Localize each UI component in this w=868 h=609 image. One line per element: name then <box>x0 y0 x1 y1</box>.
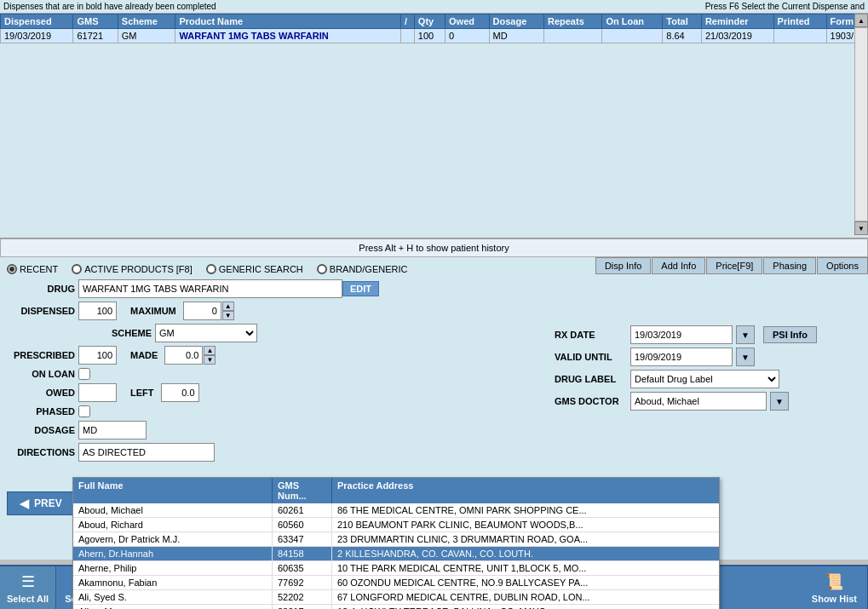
drug-label-row: DRUG LABEL Default Drug Label <box>555 370 861 388</box>
directions-input[interactable] <box>78 443 215 462</box>
radio-active[interactable]: ACTIVE PRODUCTS [F8] <box>72 264 193 274</box>
drug-input[interactable] <box>78 279 342 298</box>
made-spinners[interactable]: ▲ ▼ <box>204 346 216 365</box>
rx-date-input[interactable] <box>630 325 733 344</box>
list-item[interactable]: Agovern, Dr Patrick M.J. 63347 23 DRUMMA… <box>73 532 719 547</box>
psi-info-btn[interactable]: PSI Info <box>763 326 817 343</box>
owed-input[interactable] <box>78 383 117 402</box>
notice-left: Dispenses that are in bold have already … <box>3 2 216 11</box>
tab-disp-info[interactable]: Disp Info <box>595 257 651 274</box>
made-spin: ▲ ▼ <box>164 346 216 365</box>
on-loan-checkbox[interactable] <box>78 368 90 380</box>
list-item[interactable]: Allen, Marcus 88017 12 4, HOWLEY TERRACE… <box>73 605 719 609</box>
edit-button[interactable]: EDIT <box>342 281 379 296</box>
tab-phasing[interactable]: Phasing <box>763 257 816 274</box>
table-row[interactable]: 19/03/2019 61721 GM WARFANT 1MG TABS WAR… <box>1 29 868 43</box>
patient-history-bar: Press Alt + H to show patient history <box>0 238 868 257</box>
phased-checkbox[interactable] <box>78 405 90 417</box>
made-spin-down[interactable]: ▼ <box>204 355 216 365</box>
made-label: MADE <box>130 350 158 360</box>
autocomplete-dropdown: Full Name GMS Num... Practice Address Ab… <box>72 477 720 609</box>
tab-add-info[interactable]: Add Info <box>652 257 705 274</box>
dispensed-input[interactable] <box>78 302 117 320</box>
dispensed-label: DISPENSED <box>7 306 75 316</box>
maximum-spinners[interactable]: ▲ ▼ <box>222 302 234 320</box>
select-all-btn[interactable]: ☰ Select All <box>0 566 56 609</box>
cell-printed <box>773 29 826 43</box>
owed-row: OWED LEFT <box>7 383 548 402</box>
cell-total: 8.64 <box>663 29 702 43</box>
ac-header-addr: Practice Address <box>332 478 719 503</box>
cell-qty: 100 <box>414 29 445 43</box>
gms-doctor-dropdown[interactable]: ▼ <box>770 392 789 411</box>
col-dispensed: Dispensed <box>1 14 73 29</box>
drug-row: DRUG EDIT <box>7 279 861 298</box>
on-loan-label: ON LOAN <box>7 369 75 379</box>
scroll-up-btn[interactable]: ▲ <box>854 14 868 27</box>
prescribed-input[interactable] <box>78 346 117 365</box>
prev-button[interactable]: ◀ PREV <box>7 491 75 515</box>
made-input[interactable] <box>164 346 203 365</box>
radio-active-label: ACTIVE PRODUCTS [F8] <box>84 264 193 274</box>
scheme-label: SCHEME <box>83 328 152 338</box>
list-item[interactable]: Aboud, Michael 60261 86 THE MEDICAL CENT… <box>73 503 719 518</box>
col-total: Total <box>663 14 702 29</box>
left-spin <box>161 383 199 402</box>
list-item[interactable]: Akamnonu, Fabian 77692 60 OZONDU MEDICAL… <box>73 576 719 590</box>
main-form: Disp Info Add Info Price[F9] Phasing Opt… <box>0 257 868 560</box>
cell-reminder: 21/03/2019 <box>701 29 773 43</box>
col-slash: / <box>400 14 414 29</box>
tab-price[interactable]: Price[F9] <box>706 257 762 274</box>
dispensed-table: Dispensed GMS Scheme Product Name / Qty … <box>0 14 868 43</box>
maximum-label: MAXIMUM <box>130 306 176 316</box>
col-repeats: Repeats <box>543 14 601 29</box>
list-item[interactable]: Ali, Syed S. 52202 67 LONGFORD MEDICAL C… <box>73 590 719 605</box>
scrollbar-right[interactable]: ▲ ▼ <box>854 14 868 235</box>
directions-label: DIRECTIONS <box>7 447 75 457</box>
drug-label-select[interactable]: Default Drug Label <box>630 370 779 388</box>
top-notice: Dispenses that are in bold have already … <box>0 0 868 14</box>
gms-doctor-input[interactable] <box>630 392 767 411</box>
scheme-select[interactable]: GM <box>155 324 257 342</box>
col-owed: Owed <box>445 14 490 29</box>
autocomplete-header: Full Name GMS Num... Practice Address <box>73 478 719 503</box>
cell-product: WARFANT 1MG TABS WARFARIN <box>175 29 400 43</box>
left-input[interactable] <box>161 383 199 402</box>
valid-until-picker[interactable]: ▼ <box>736 348 755 366</box>
cell-dispensed: 19/03/2019 <box>1 29 73 43</box>
radio-recent-label: RECENT <box>20 264 58 274</box>
list-item[interactable]: Aboud, Richard 60560 210 BEAUMONT PARK C… <box>73 518 719 532</box>
radio-generic-circle <box>206 264 216 274</box>
made-spin-up[interactable]: ▲ <box>204 346 216 355</box>
maximum-input[interactable] <box>183 302 221 320</box>
on-loan-row: ON LOAN <box>7 368 548 380</box>
tab-options[interactable]: Options <box>817 257 868 274</box>
col-scheme: Scheme <box>118 14 175 29</box>
radio-recent-circle <box>7 264 17 274</box>
ac-header-gms: GMS Num... <box>273 478 332 503</box>
form-right: RX DATE ▼ PSI Info VALID UNTIL ▼ DRUG LA… <box>555 325 861 465</box>
list-item[interactable]: Aherne, Philip 60635 10 THE PARK MEDICAL… <box>73 561 719 576</box>
spin-down[interactable]: ▼ <box>222 311 234 320</box>
scroll-track[interactable] <box>854 27 868 221</box>
toolbar-show-hist[interactable]: 📜 Show Hist <box>802 566 868 609</box>
dosage-row: DOSAGE <box>7 421 548 440</box>
col-product: Product Name <box>175 14 400 29</box>
cell-slash <box>400 29 414 43</box>
list-item-selected[interactable]: Ahern, Dr.Hannah 84158 2 KILLESHANDRA, C… <box>73 547 719 561</box>
scheme-row: SCHEME GM <box>7 324 548 342</box>
valid-until-row: VALID UNTIL ▼ <box>555 348 861 366</box>
drug-label: DRUG <box>7 284 75 294</box>
dosage-input[interactable] <box>78 421 147 440</box>
radio-generic[interactable]: GENERIC SEARCH <box>206 264 303 274</box>
scroll-down-btn[interactable]: ▼ <box>854 221 868 235</box>
notice-right: Press F6 Select the Current Dispense and <box>705 2 865 11</box>
radio-brand-generic[interactable]: BRAND/GENERIC <box>317 264 408 274</box>
rx-date-picker[interactable]: ▼ <box>736 325 755 344</box>
phased-label: PHASED <box>7 406 75 417</box>
spin-up[interactable]: ▲ <box>222 302 234 311</box>
valid-until-label: VALID UNTIL <box>555 352 627 362</box>
radio-recent[interactable]: RECENT <box>7 264 58 274</box>
phased-row: PHASED <box>7 405 548 417</box>
valid-until-input[interactable] <box>630 348 733 366</box>
